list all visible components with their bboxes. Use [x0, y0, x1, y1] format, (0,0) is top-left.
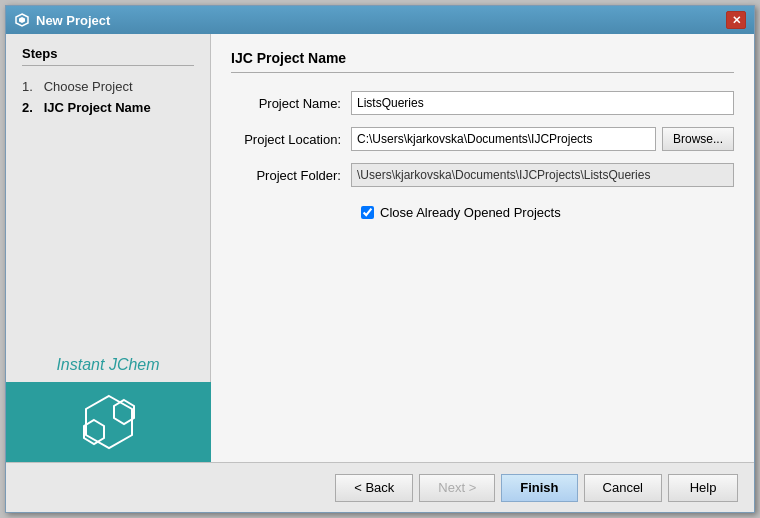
project-name-row: Project Name:	[231, 91, 734, 115]
close-projects-label: Close Already Opened Projects	[380, 205, 561, 220]
back-button[interactable]: < Back	[335, 474, 413, 502]
sidebar: Steps 1. Choose Project 2. IJC Project N…	[6, 34, 211, 462]
help-button[interactable]: Help	[668, 474, 738, 502]
checkbox-row: Close Already Opened Projects	[361, 205, 734, 220]
project-folder-row: Project Folder:	[231, 163, 734, 187]
window-icon	[14, 12, 30, 28]
sidebar-step-1: 1. Choose Project	[22, 76, 194, 97]
window-title: New Project	[36, 13, 726, 28]
project-folder-input	[351, 163, 734, 187]
project-name-input[interactable]	[351, 91, 734, 115]
finish-button[interactable]: Finish	[501, 474, 577, 502]
project-name-label: Project Name:	[231, 96, 351, 111]
brand-name: Instant JChem	[6, 344, 210, 382]
section-title: IJC Project Name	[231, 50, 734, 73]
project-folder-label: Project Folder:	[231, 168, 351, 183]
step2-label: IJC Project Name	[44, 100, 151, 115]
browse-button[interactable]: Browse...	[662, 127, 734, 151]
hex-logo-icon	[74, 392, 144, 452]
content-area: Steps 1. Choose Project 2. IJC Project N…	[6, 34, 754, 462]
svg-marker-1	[19, 17, 25, 23]
steps-title: Steps	[22, 46, 194, 66]
step1-label: Choose Project	[44, 79, 133, 94]
new-project-window: New Project ✕ Steps 1. Choose Project 2.…	[5, 5, 755, 513]
next-button[interactable]: Next >	[419, 474, 495, 502]
project-location-input[interactable]	[351, 127, 656, 151]
cancel-button[interactable]: Cancel	[584, 474, 662, 502]
main-panel: IJC Project Name Project Name: Project L…	[211, 34, 754, 462]
sidebar-logo	[6, 382, 211, 462]
project-location-label: Project Location:	[231, 132, 351, 147]
sidebar-step-2: 2. IJC Project Name	[22, 97, 194, 118]
step1-number: 1.	[22, 79, 33, 94]
svg-marker-2	[86, 396, 132, 448]
close-projects-checkbox[interactable]	[361, 206, 374, 219]
steps-panel: Steps 1. Choose Project 2. IJC Project N…	[6, 34, 210, 344]
project-location-row: Project Location: Browse...	[231, 127, 734, 151]
step2-number: 2.	[22, 100, 33, 115]
footer: < Back Next > Finish Cancel Help	[6, 462, 754, 512]
titlebar: New Project ✕	[6, 6, 754, 34]
close-button[interactable]: ✕	[726, 11, 746, 29]
